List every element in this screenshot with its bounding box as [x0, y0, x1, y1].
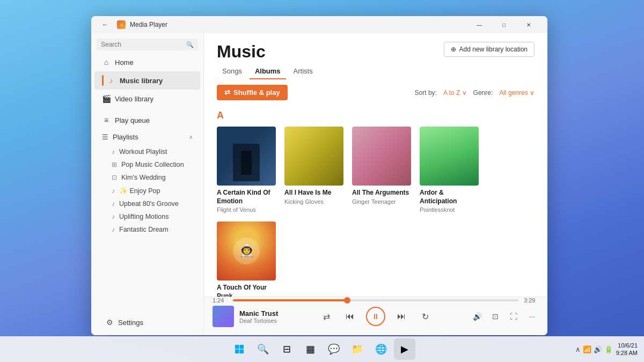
back-button[interactable]: ←: [98, 17, 113, 32]
playlist-item-kim-wedding[interactable]: ⊡ Kim's Wedding: [94, 172, 200, 183]
svg-rect-2: [235, 350, 239, 354]
album-artist: Kicking Gloves: [284, 198, 343, 205]
previous-button[interactable]: ⏮: [342, 309, 357, 324]
progress-thumb: [344, 297, 350, 304]
repeat-button[interactable]: ↻: [418, 309, 433, 324]
wifi-icon[interactable]: 📶: [583, 345, 591, 353]
maximize-button[interactable]: □: [492, 16, 516, 33]
volume-button[interactable]: 🔊: [470, 309, 484, 323]
shuffle-label: Shuffle & play: [233, 88, 280, 97]
panel-header: Music ⊕ Add new library location: [204, 33, 547, 62]
settings-icon: ⚙: [105, 318, 114, 327]
fullscreen-button[interactable]: ⛶: [507, 309, 521, 323]
sidebar-item-home[interactable]: ⌂ Home: [94, 54, 200, 70]
album-title: All I Have Is Me: [284, 189, 343, 197]
sidebar-item-video-library[interactable]: 🎬 Video library: [94, 91, 200, 107]
taskbar-edge[interactable]: 🌐: [370, 338, 392, 360]
shuffle-playback-button[interactable]: ⇄: [319, 309, 334, 324]
progress-bar[interactable]: [233, 299, 518, 301]
now-playing-bar: 1:24 3:29 Manic Trust Deaf Tortoises: [204, 297, 547, 335]
playlist-label: Upbeat 80's Groove: [119, 200, 179, 208]
play-pause-button[interactable]: ⏸: [366, 307, 385, 326]
playlist-icon: ♪: [112, 226, 115, 233]
albums-row-a: A Certain Kind Of Emotion Flight of Venu…: [217, 127, 535, 297]
minimize-button[interactable]: —: [467, 16, 492, 33]
playlist-item-workout[interactable]: ♪ Workout Playlist: [94, 146, 200, 158]
search-input[interactable]: [101, 41, 184, 48]
taskbar-teams[interactable]: 💬: [323, 338, 345, 360]
playlist-label: Uplifting Motions: [119, 213, 169, 220]
next-button[interactable]: ⏭: [394, 309, 409, 324]
sidebar-item-music-library[interactable]: ♪ Music library: [94, 71, 200, 90]
playlist-item-uplifting[interactable]: ♪ Uplifting Motions: [94, 211, 200, 223]
search-icon: 🔍: [186, 41, 194, 48]
taskbar-task-view[interactable]: ⊟: [276, 338, 297, 360]
shuffle-button[interactable]: ⇄ Shuffle & play: [217, 85, 288, 100]
sidebar: 🔍 ⌂ Home ♪ Music library 🎬 Video library…: [91, 33, 204, 335]
playlist-icon: ♪: [112, 200, 115, 208]
total-time: 3:29: [524, 297, 539, 304]
playlist-item-fantastic[interactable]: ♪ Fantastic Dream: [94, 224, 200, 235]
search-box[interactable]: 🔍: [97, 39, 198, 50]
playlist-icon: ♪: [112, 187, 115, 195]
playlists-label: Playlists: [113, 133, 138, 141]
playlist-item-pop-collection[interactable]: ⊞ Pop Music Collection: [94, 159, 200, 171]
add-library-icon: ⊕: [451, 46, 456, 53]
home-label: Home: [115, 58, 134, 67]
genre-label: Genre:: [473, 89, 493, 97]
extra-controls: 🔊 ⊡ ⛶ ···: [433, 309, 539, 323]
progress-fill: [233, 299, 347, 301]
taskbar-clock[interactable]: 10/6/21 9:28 AM: [616, 342, 638, 357]
chevron-up-tray-icon[interactable]: ∧: [575, 345, 581, 353]
album-art: [284, 127, 343, 186]
sidebar-item-settings[interactable]: ⚙ Settings: [98, 314, 197, 330]
sort-genre-controls: Sort by: A to Z ∨ Genre: All genres ∨: [415, 89, 535, 97]
track-artist: Deaf Tortoises: [239, 317, 278, 324]
sidebar-item-play-queue[interactable]: ≡ Play queue: [94, 112, 200, 128]
album-card[interactable]: Ardor & Anticipation Pointlessknot: [420, 127, 479, 213]
playlists-header[interactable]: ☰ Playlists ∧: [94, 129, 200, 145]
volume-tray-icon[interactable]: 🔊: [594, 345, 602, 353]
taskbar-search-button[interactable]: 🔍: [252, 338, 274, 360]
taskbar-explorer[interactable]: 📁: [347, 338, 368, 360]
genre-value[interactable]: All genres ∨: [499, 89, 535, 97]
taskbar-widgets[interactable]: ▦: [299, 338, 321, 360]
album-artist: Pointlessknot: [420, 206, 479, 213]
shuffle-icon: ⇄: [224, 88, 230, 97]
queue-icon: ≡: [102, 116, 111, 124]
battery-icon[interactable]: 🔋: [604, 345, 613, 353]
play-queue-label: Play queue: [115, 116, 150, 124]
home-icon: ⌂: [102, 58, 111, 67]
taskbar-media-player-pinned[interactable]: ▶: [394, 338, 415, 360]
album-card[interactable]: All The Arguments Ginger Teenager: [352, 127, 411, 213]
miniplayer-button[interactable]: ⊡: [488, 309, 502, 323]
add-library-button[interactable]: ⊕ Add new library location: [444, 42, 535, 57]
current-time: 1:24: [213, 297, 228, 304]
album-art: 👨‍🚀: [217, 221, 276, 280]
tab-songs[interactable]: Songs: [217, 64, 247, 79]
album-card[interactable]: All I Have Is Me Kicking Gloves: [284, 127, 343, 213]
album-card[interactable]: 👨‍🚀 A Touch Of Your Punk Compass Tribute: [217, 221, 276, 297]
tab-albums[interactable]: Albums: [250, 64, 286, 79]
taskbar-start-button[interactable]: [229, 338, 250, 360]
main-content: 🔍 ⌂ Home ♪ Music library 🎬 Video library…: [91, 33, 547, 335]
playlist-item-upbeat[interactable]: ♪ Upbeat 80's Groove: [94, 198, 200, 210]
system-tray-icons: ∧ 📶 🔊 🔋: [575, 345, 613, 353]
album-art: [420, 127, 479, 186]
window-controls: — □ ✕: [467, 16, 541, 33]
sort-label: Sort by:: [415, 89, 437, 97]
more-options-button[interactable]: ···: [525, 309, 539, 323]
playlist-label: Pop Music Collection: [121, 161, 184, 168]
sort-value[interactable]: A to Z ∨: [443, 89, 467, 97]
album-art: [352, 127, 411, 186]
track-thumbnail: [213, 306, 234, 327]
album-artist: Flight of Venus: [217, 206, 276, 213]
tab-artists[interactable]: Artists: [288, 64, 318, 79]
section-a-letter: A: [217, 110, 535, 121]
album-title: A Touch Of Your Punk: [217, 284, 276, 297]
close-button[interactable]: ✕: [516, 16, 541, 33]
playlist-item-enjoy-pop[interactable]: ♪ ✨ Enjoy Pop: [94, 184, 200, 197]
progress-row: 1:24 3:29: [213, 297, 539, 304]
album-card[interactable]: A Certain Kind Of Emotion Flight of Venu…: [217, 127, 276, 213]
album-title: A Certain Kind Of Emotion: [217, 189, 276, 205]
